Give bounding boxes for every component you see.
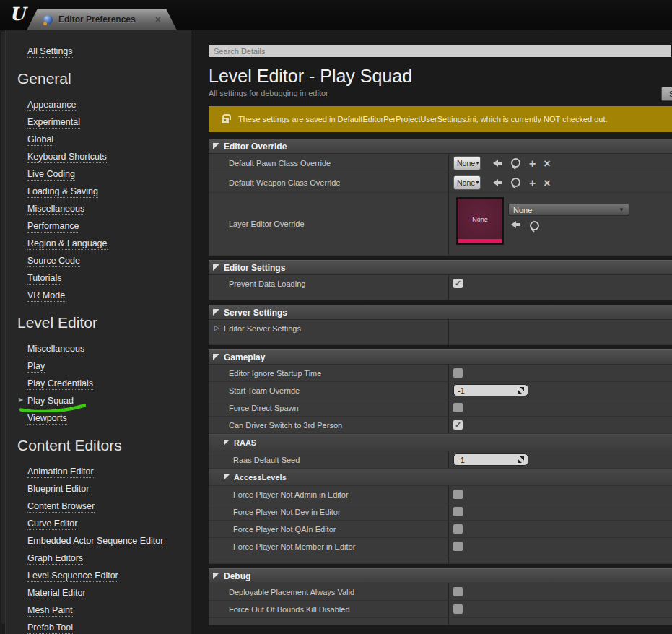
- drag-spinner-icon[interactable]: [518, 456, 524, 463]
- page-title: Level Editor - Play Squad: [209, 65, 672, 87]
- clear-icon[interactable]: ×: [544, 159, 550, 168]
- sidebar-item-experimental[interactable]: ▶ Experimental: [6, 113, 191, 130]
- section-header[interactable]: Server Settings: [209, 305, 672, 320]
- sidebar-item-play[interactable]: ▶ Play: [6, 357, 191, 374]
- sidebar-scrollbar[interactable]: [0, 30, 6, 634]
- expanded-arrow-icon: [224, 440, 230, 446]
- sidebar-item-tutorials[interactable]: ▶ Tutorials: [6, 269, 191, 286]
- sidebar-item-graph-editors[interactable]: ▶ Graph Editors: [6, 549, 191, 566]
- property-row: Can Driver Switch to 3rd Person ✓: [209, 417, 672, 434]
- sidebar-group-header: Content Editors: [17, 435, 191, 456]
- drag-spinner-icon[interactable]: [518, 387, 524, 394]
- sidebar-item-miscellaneous[interactable]: ▶ Miscellaneous: [6, 339, 191, 357]
- settings-section: Editor Settings Prevent Data Loading ✓: [209, 260, 672, 300]
- property-label: Layer Editor Override: [229, 220, 305, 228]
- settings-section: Server Settings ▷ Editor Server Settings: [209, 305, 672, 345]
- use-selected-icon[interactable]: [493, 160, 503, 167]
- settings-detail-panel: Level Editor - Play Squad All settings f…: [191, 30, 672, 634]
- class-picker-dropdown[interactable]: None ▼: [453, 175, 481, 190]
- sidebar-scrollbar-thumb[interactable]: [1, 32, 5, 624]
- checkmark-icon: ✓: [455, 279, 461, 288]
- property-row: Force Player Not Member in Editor ✓: [209, 538, 672, 555]
- sidebar-item-content-browser[interactable]: ▶ Content Browser: [6, 497, 191, 514]
- sidebar-item-appearance[interactable]: ▶ Appearance: [6, 95, 191, 113]
- checkbox[interactable]: ✓: [453, 507, 463, 516]
- add-icon[interactable]: +: [529, 159, 536, 168]
- property-row: Raas Default Seed -1: [209, 451, 672, 469]
- tab-editor-preferences[interactable]: Editor Preferences ×: [27, 9, 177, 30]
- section-title: Debug: [224, 571, 250, 581]
- class-picker-dropdown[interactable]: None ▼: [453, 156, 481, 170]
- sidebar-item-live-coding[interactable]: ▶ Live Coding: [6, 165, 191, 182]
- sidebar-item-miscellaneous[interactable]: ▶ Miscellaneous: [6, 199, 191, 217]
- property-label: Start Team Override: [229, 386, 300, 395]
- property-row: Prevent Data Loading ✓: [209, 275, 672, 300]
- tab-close-icon[interactable]: ×: [155, 14, 161, 25]
- browse-icon[interactable]: [511, 178, 521, 188]
- property-row: Force Direct Spawn ✓: [209, 399, 672, 417]
- sub-category-header[interactable]: AccessLevels: [209, 469, 672, 486]
- checkbox[interactable]: ✓: [453, 403, 463, 412]
- sidebar-item-embedded-actor-sequence-editor[interactable]: ▶ Embedded Actor Sequence Editor: [6, 531, 191, 549]
- sidebar-item-blueprint-editor[interactable]: ▶ Blueprint Editor: [6, 479, 191, 497]
- checkbox[interactable]: ✓: [453, 420, 463, 430]
- property-row: Editor Ignore Startup Time ✓: [209, 365, 672, 382]
- property-label: Force Out Of Bounds Kill Disabled: [229, 605, 350, 614]
- expanded-arrow-icon: [213, 264, 219, 271]
- clear-icon[interactable]: ×: [544, 178, 550, 188]
- property-label: Editor Ignore Startup Time: [229, 369, 321, 378]
- asset-thumbnail[interactable]: None: [456, 197, 504, 245]
- asset-picker-dropdown[interactable]: None ▼: [508, 204, 629, 216]
- add-icon[interactable]: +: [529, 178, 536, 188]
- section-header[interactable]: Gameplay: [209, 349, 672, 365]
- property-row: Default Weapon Class Override None ▼ + ×: [209, 173, 672, 193]
- chevron-down-icon: ▼: [619, 207, 624, 213]
- sidebar-item-global[interactable]: ▶ Global: [6, 130, 191, 147]
- sidebar-group: Level Editor ▶ Miscellaneous ▶ Play ▶ Pl…: [6, 312, 191, 426]
- sidebar-item-performance[interactable]: ▶ Performance: [6, 217, 191, 234]
- sidebar-item-region-language[interactable]: ▶ Region & Language: [6, 234, 191, 251]
- sidebar-item-animation-editor[interactable]: ▶ Animation Editor: [6, 462, 191, 479]
- section-header[interactable]: Editor Settings: [209, 260, 672, 275]
- set-as-default-button[interactable]: Set as Default: [661, 87, 672, 101]
- collapsed-arrow-icon[interactable]: ▷: [214, 324, 219, 331]
- number-input[interactable]: -1: [453, 453, 528, 466]
- sidebar-item-play-credentials[interactable]: ▶ Play Credentials: [6, 374, 191, 391]
- browse-icon[interactable]: [511, 158, 521, 168]
- checkbox[interactable]: ✓: [453, 490, 463, 499]
- sidebar-item-mesh-paint[interactable]: ▶ Mesh Paint: [6, 601, 191, 618]
- sidebar-item-source-code[interactable]: ▶ Source Code: [6, 251, 191, 269]
- browse-icon[interactable]: [530, 221, 540, 231]
- sidebar-item-all-settings[interactable]: All Settings: [6, 42, 191, 59]
- sidebar-group-header: Level Editor: [17, 312, 191, 334]
- use-selected-icon[interactable]: [511, 221, 521, 228]
- sub-category-header[interactable]: RAAS: [209, 434, 672, 451]
- unreal-engine-logo-icon: U: [6, 3, 28, 26]
- sidebar-group: General ▶ Appearance ▶ Experimental ▶ Gl…: [6, 68, 191, 303]
- section-header[interactable]: Editor Override: [209, 139, 672, 154]
- checkbox[interactable]: ✓: [453, 587, 463, 596]
- search-input[interactable]: [209, 45, 672, 58]
- checkbox[interactable]: ✓: [453, 279, 463, 288]
- sidebar-item-curve-editor[interactable]: ▶ Curve Editor: [6, 514, 191, 531]
- expanded-arrow-icon: [213, 143, 219, 149]
- use-selected-icon[interactable]: [493, 179, 503, 186]
- sidebar-item-play-squad[interactable]: ▶ Play Squad: [6, 391, 191, 409]
- sidebar-item-vr-mode[interactable]: ▶ VR Mode: [6, 286, 191, 303]
- sidebar-item-loading-saving[interactable]: ▶ Loading & Saving: [6, 182, 191, 199]
- property-label: Deployable Placement Always Valid: [229, 588, 354, 596]
- section-header[interactable]: Debug: [209, 568, 672, 583]
- sidebar-item-level-sequence-editor[interactable]: ▶ Level Sequence Editor: [6, 566, 191, 583]
- expanded-arrow-icon: [213, 354, 219, 360]
- number-input[interactable]: -1: [453, 384, 528, 396]
- sidebar-item-material-editor[interactable]: ▶ Material Editor: [6, 583, 191, 601]
- sidebar-item-prefab-tool[interactable]: ▶ Prefab Tool: [6, 618, 191, 634]
- sidebar-item-keyboard-shortcuts[interactable]: ▶ Keyboard Shortcuts: [6, 147, 191, 165]
- checkout-warning-banner: These settings are saved in DefaultEdito…: [209, 106, 672, 132]
- checkbox[interactable]: ✓: [453, 542, 463, 551]
- property-row: Force Player Not Dev in Editor ✓: [209, 503, 672, 521]
- checkbox[interactable]: ✓: [453, 368, 463, 378]
- checkbox[interactable]: ✓: [453, 524, 463, 534]
- checkbox[interactable]: ✓: [453, 604, 463, 614]
- expanded-arrow-icon: [213, 573, 219, 579]
